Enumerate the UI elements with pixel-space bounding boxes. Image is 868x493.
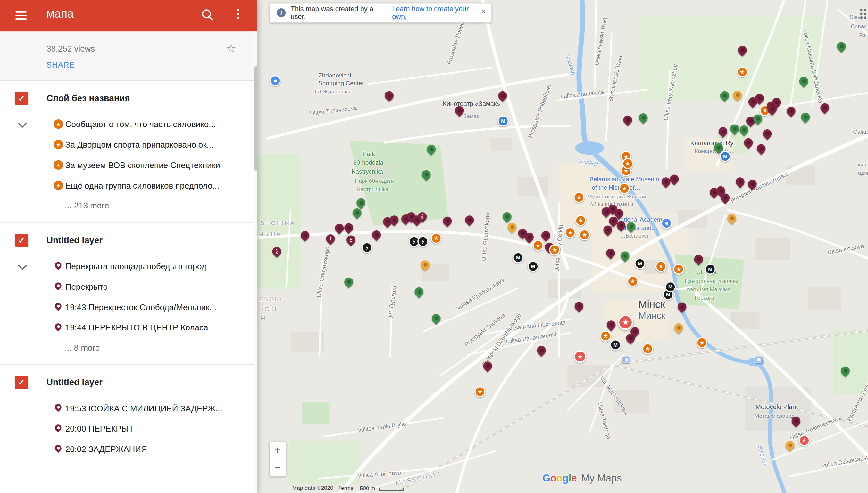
pin-marker: [835, 40, 848, 52]
layer-item-label: 19:44 ПЕРЕКРЫТО В ЦЕНТР Коласа: [65, 323, 208, 332]
pedestrian-pin-marker: [416, 210, 428, 223]
metro-marker: M: [720, 151, 731, 162]
layer-items: Перекрыта площадь победы в городПерекрыт…: [0, 256, 257, 356]
map-attribution: Map data ©2020: [292, 485, 334, 491]
layer-item[interactable]: ★За Дворцом спорта припарковано ок...: [0, 134, 257, 155]
metro-marker: M: [705, 264, 716, 275]
pin-icon: [54, 423, 63, 434]
layer-item-label: 19:53 ЮОЙКА С МИЛИЦИЕЙ ЗАДЕРЖ...: [65, 403, 222, 413]
pin-marker: [420, 168, 432, 181]
layer-item-label: Перекрыта площадь победы в город: [65, 261, 206, 271]
layer-item[interactable]: 20:00 ПЕРЕКРЫТ: [0, 419, 257, 439]
pin-icon: [54, 322, 63, 333]
layer-header: ✓Untitled layer: [0, 234, 257, 247]
map-footer: Map data ©2020 Terms 500 m: [257, 483, 868, 493]
banner-close-icon[interactable]: ×: [481, 7, 486, 17]
poi-icon: [661, 218, 672, 229]
pedestrian-pin-marker: [324, 232, 337, 245]
layer-item-label: За музеем ВОВ скопление Спецтехники: [65, 160, 220, 170]
layer-checkbox[interactable]: ✓: [15, 92, 28, 105]
star-circle-marker: ★: [431, 233, 442, 244]
star-circle-marker: ★: [475, 386, 486, 398]
layer-item-label: Перекрыто: [65, 282, 108, 291]
metro-marker: M: [665, 281, 676, 293]
sidebar-header: мапа ⋮: [0, 0, 257, 31]
pin-marker: [573, 300, 585, 313]
layer-more-link[interactable]: ... 8 more: [0, 338, 257, 357]
map-markers-layer: ★★MMM★★★★★★★★M★★★★★★M★★MM★★MM★★★: [257, 0, 868, 493]
pin-marker: [463, 214, 476, 226]
layer-header: ✓Слой без названия: [0, 92, 257, 105]
layer-item[interactable]: 19:44 ПЕРЕКРЫТО В ЦЕНТР Коласа: [0, 317, 257, 338]
star-circle-marker: ★: [573, 192, 585, 203]
layer-item-label: Сообщают о том, что часть силовико...: [65, 120, 216, 129]
pin-icon: [54, 403, 63, 414]
pin-marker: [742, 136, 754, 149]
pin-marker: [728, 123, 741, 135]
layer-item[interactable]: ★За музеем ВОВ скопление Спецтехники: [0, 155, 257, 175]
pin-marker: [605, 319, 617, 331]
scale-label: 500 m: [360, 485, 375, 491]
pedestrian-icon: [272, 247, 281, 256]
share-button[interactable]: SHARE: [46, 60, 75, 69]
pin-marker: [333, 222, 345, 235]
layer-item[interactable]: Перекрыта площадь победы в город: [0, 256, 257, 276]
more-options-icon[interactable]: ⋮: [231, 7, 245, 20]
favorite-star-icon[interactable]: ☆: [226, 42, 237, 55]
pin-marker: [370, 229, 383, 241]
pin-marker: [718, 89, 731, 102]
star-circle-marker: ★: [697, 337, 708, 348]
pin-marker: [506, 221, 518, 233]
star-circle-marker: ★: [549, 244, 560, 255]
layer-more-link[interactable]: ... 213 more: [0, 196, 257, 214]
star-circle-marker: ★: [575, 215, 586, 226]
layer-item[interactable]: Перекрыто: [0, 276, 257, 297]
layer-item[interactable]: ★Ещё одна группа силовиков предполо...: [0, 175, 257, 196]
zoom-out-button[interactable]: −: [269, 459, 286, 476]
pin-marker: [501, 210, 513, 223]
pin-marker: [425, 143, 438, 155]
apps-grid-icon[interactable]: [860, 9, 863, 11]
pin-marker: [734, 175, 746, 188]
layer-item[interactable]: 20:02 ЗАДЕРЖАНИЯ: [0, 439, 257, 459]
metro-marker: M: [512, 252, 524, 263]
incident-circle-marker: [417, 236, 428, 247]
search-icon[interactable]: [199, 7, 216, 23]
layer-item-label: 20:00 ПЕРЕКРЫТ: [65, 424, 134, 433]
pin-marker: [798, 75, 810, 87]
layer-item[interactable]: ★Сообщают о том, что часть силовико...: [0, 114, 257, 134]
pin-marker: [692, 253, 705, 265]
banner-text: This map was created by a user.: [291, 5, 389, 21]
banner-learn-link[interactable]: Learn how to create your own.: [392, 5, 484, 21]
pin-marker: [419, 258, 431, 271]
star-circle-marker: ★: [574, 350, 587, 363]
map-title: мапа: [46, 7, 74, 20]
layer-checkbox[interactable]: ✓: [15, 376, 28, 389]
pin-marker: [413, 285, 425, 298]
layer-item[interactable]: 19:53 ЮОЙКА С МИЛИЦИЕЙ ЗАДЕРЖ...: [0, 398, 257, 419]
zoom-in-button[interactable]: +: [269, 442, 286, 459]
pin-icon: [54, 302, 63, 313]
star-circle-marker: ★: [579, 229, 590, 240]
pin-marker: [819, 102, 831, 114]
scrollbar-thumb[interactable]: [254, 66, 257, 171]
star-circle-marker: ★: [737, 66, 748, 78]
layer-item[interactable]: 19:43 Перекресток Слобода/Мельник...: [0, 297, 257, 317]
pin-marker: [746, 178, 759, 190]
layer-checkbox[interactable]: ✓: [15, 234, 28, 247]
star-circle-marker: ★: [622, 158, 633, 169]
layer-title: Слой без названия: [46, 93, 130, 103]
app-window: ZhdanovichiShopping CenterГД ЖдановічыUl…: [0, 0, 868, 493]
pedestrian-icon: [326, 234, 335, 243]
terms-link[interactable]: Terms: [338, 485, 353, 491]
pin-marker: [299, 229, 311, 242]
layer-item-label: Ещё одна группа силовиков предполо...: [65, 181, 219, 190]
pin-marker: [799, 111, 812, 123]
info-icon: i: [277, 8, 286, 17]
map-canvas[interactable]: ZhdanovichiShopping CenterГД ЖдановічыUl…: [257, 0, 868, 493]
metro-marker: M: [634, 258, 646, 269]
sidebar-scrollbar[interactable]: [254, 31, 257, 493]
menu-icon[interactable]: [15, 11, 26, 20]
transit-icon: [623, 356, 630, 363]
star-circle-icon: ★: [54, 140, 63, 149]
